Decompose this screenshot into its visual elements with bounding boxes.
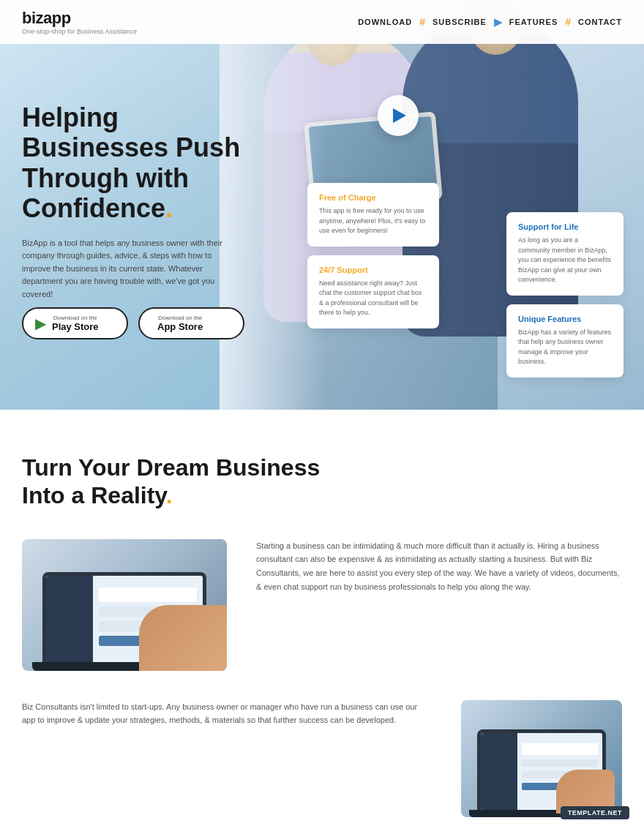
- play-button[interactable]: [378, 95, 419, 136]
- nav-sep-3: #: [565, 16, 571, 28]
- feature-card-free: Free of Charge This app is free ready fo…: [307, 183, 439, 247]
- download-buttons: ▶ Download on the Play Store Download on…: [22, 307, 244, 339]
- feature-card-free-body: This app is free ready for you to use an…: [319, 206, 427, 236]
- play-icon: [393, 108, 406, 123]
- section2-image-1: [22, 539, 227, 671]
- feature-card-unique: Unique Features BizApp has a variety of …: [506, 304, 624, 377]
- playstore-icon: ▶: [35, 315, 46, 332]
- feature-card-life-title: Support for Life: [518, 222, 612, 231]
- header: bizapp One-stop-shop for Business Assist…: [0, 0, 644, 44]
- nav-sep-1: #: [419, 16, 425, 28]
- logo-tagline: One-stop-shop for Business Assistance: [22, 28, 137, 35]
- section2-content-2: Biz Consultants isn't limited to start-u…: [22, 700, 622, 817]
- feature-card-free-title: Free of Charge: [319, 193, 427, 202]
- playstore-text: Download on the Play Store: [52, 315, 99, 332]
- feature-card-life-body: As long as you are a community member in…: [518, 236, 612, 285]
- feature-card-support: 24/7 Support Need assistance right away?…: [307, 255, 439, 328]
- hand-prop: [139, 605, 227, 671]
- playstore-button[interactable]: ▶ Download on the Play Store: [22, 307, 128, 339]
- logo: bizapp One-stop-shop for Business Assist…: [22, 9, 137, 35]
- feature-card-unique-title: Unique Features: [518, 315, 612, 323]
- hero-headline: HelpingBusinesses PushThrough withConfid…: [22, 102, 242, 224]
- logo-text: bizapp: [22, 9, 137, 28]
- nav-download[interactable]: DOWNLOAD: [358, 18, 412, 26]
- section-dream: Turn Your Dream BusinessInto a Reality.: [0, 410, 644, 834]
- feature-cards-right: Support for Life As long as you are a co…: [506, 212, 624, 386]
- hero-text-block: HelpingBusinesses PushThrough withConfid…: [22, 102, 242, 301]
- screen2-sidebar: [481, 733, 517, 810]
- appstore-button[interactable]: Download on the App Store: [138, 307, 244, 339]
- hero-section: HelpingBusinesses PushThrough withConfid…: [0, 0, 644, 410]
- section2-image-2: [461, 700, 622, 817]
- section2-content-1: Starting a business can be intimidating …: [22, 539, 622, 671]
- nav-contact[interactable]: CONTACT: [578, 18, 622, 26]
- feature-card-support-body: Need assistance right away? Just chat th…: [319, 279, 427, 318]
- feature-card-support-title: 24/7 Support: [319, 266, 427, 274]
- section2-headline: Turn Your Dream BusinessInto a Reality.: [22, 454, 329, 510]
- nav-sep-2: ▶: [494, 16, 502, 28]
- screen-sidebar: [46, 576, 93, 664]
- feature-card-unique-body: BizApp has a variety of features that he…: [518, 328, 612, 367]
- template-badge: TEMPLATE.NET: [561, 806, 629, 819]
- section2-text-1: Starting a business can be intimidating …: [256, 539, 622, 594]
- section2-text-2: Biz Consultants isn't limited to start-u…: [22, 700, 432, 727]
- hero-description: BizApp is a tool that helps any business…: [22, 237, 242, 301]
- feature-card-life: Support for Life As long as you are a co…: [506, 212, 624, 296]
- feature-cards-left: Free of Charge This app is free ready fo…: [307, 183, 439, 337]
- nav-subscribe[interactable]: SUBSCRIBE: [433, 18, 487, 26]
- nav-features[interactable]: FEATURES: [509, 18, 558, 26]
- appstore-text: Download on the App Store: [157, 315, 203, 332]
- nav: DOWNLOAD # SUBSCRIBE ▶ FEATURES # CONTAC…: [358, 16, 622, 28]
